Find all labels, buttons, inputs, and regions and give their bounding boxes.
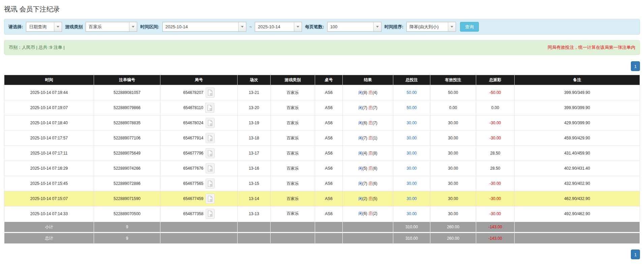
column-header: 游戏类别 xyxy=(271,75,315,85)
subtotal-payout: -143.00 xyxy=(476,222,515,233)
session-number: 13-13 xyxy=(238,206,271,222)
result-banker-score: (5) xyxy=(372,196,377,201)
result-banker-label: 庄 xyxy=(368,90,372,95)
table-number: AS6 xyxy=(315,161,343,176)
time-sort-select[interactable]: 降幂(由大到小) xyxy=(406,22,456,32)
page-size-select[interactable]: 100 xyxy=(327,22,381,32)
video-file-icon xyxy=(208,90,213,96)
column-header: 注单编号 xyxy=(94,75,160,85)
game-type-select[interactable]: 百家乐 xyxy=(86,22,137,32)
page-size-label: 每页笔数: xyxy=(305,24,324,30)
bet-id: 522889072886 xyxy=(94,176,160,191)
table-number: AS6 xyxy=(315,146,343,161)
bet-id: 522889071590 xyxy=(94,191,160,206)
round-cell: 654677676 xyxy=(160,161,238,176)
round-id: 654677914 xyxy=(183,136,203,140)
total-total-bet: 310.00 xyxy=(393,233,430,244)
session-number: 13-21 xyxy=(238,85,271,100)
result-banker-score: (8) xyxy=(372,151,377,156)
video-file-icon xyxy=(208,165,213,172)
total-bet-link[interactable]: 30.00 xyxy=(406,181,417,186)
game-type: 百家乐 xyxy=(271,146,315,161)
chevron-down-icon[interactable] xyxy=(294,22,302,31)
game-type-value: 百家乐 xyxy=(86,22,129,31)
round-id: 654678024 xyxy=(183,121,203,125)
round-video-button[interactable] xyxy=(206,178,215,189)
bet-records-table: 时间注单编号局号场次游戏类别桌号结果总投注有效投注总派彩备注 2025-10-1… xyxy=(4,75,640,244)
round-video-button[interactable] xyxy=(206,209,215,219)
remark: 429.90/399.90 xyxy=(515,115,640,131)
bet-time: 2025-10-14 07:18:40 xyxy=(4,115,94,131)
same-round-notice: 同局有效投注，统一计算在该局第一张注单内 xyxy=(548,44,635,51)
total-payout: -143.00 xyxy=(476,233,515,244)
result-cell: 闲(7) 庄(1) xyxy=(343,131,393,146)
valid-bet: 30.00 xyxy=(430,206,476,222)
result-cell: 闲(5) 庄(6) xyxy=(343,161,393,176)
page-1-button[interactable]: 1 xyxy=(631,61,640,71)
round-video-button[interactable] xyxy=(206,118,215,128)
table-number: AS6 xyxy=(315,100,343,115)
total-bet-link[interactable]: 30.00 xyxy=(406,121,417,125)
date-to-picker[interactable]: 2025-10-14 xyxy=(255,22,302,32)
bet-id: 522889079866 xyxy=(94,100,160,115)
time-sort-label: 时间排序: xyxy=(385,24,403,30)
session-number: 13-16 xyxy=(238,161,271,176)
round-cell: 654677565 xyxy=(160,176,238,191)
result-banker-label: 庄 xyxy=(368,211,372,216)
time-sort-value: 降幂(由大到小) xyxy=(407,22,448,31)
table-row: 2025-10-14 07:18:40 522889078835 6546780… xyxy=(4,115,640,131)
pagination-bottom: 1 xyxy=(4,250,640,259)
round-id: 654677796 xyxy=(183,151,203,156)
chevron-down-icon[interactable] xyxy=(129,22,137,31)
page-1-button[interactable]: 1 xyxy=(631,250,640,259)
total-bet-link[interactable]: 30.00 xyxy=(406,166,417,171)
column-header: 备注 xyxy=(515,75,640,85)
game-type: 百家乐 xyxy=(271,161,315,176)
result-banker-score: (6) xyxy=(372,181,377,186)
round-video-button[interactable] xyxy=(206,88,215,98)
subtotal-valid-bet: 260.00 xyxy=(430,222,476,233)
column-header: 总派彩 xyxy=(476,75,515,85)
table-row: 2025-10-14 07:19:44 522889081057 6546782… xyxy=(4,85,640,100)
total-bet-link[interactable]: 30.00 xyxy=(406,136,417,140)
total-bet-link[interactable]: 30.00 xyxy=(406,151,417,156)
result-cell: 闲(4) 庄(8) xyxy=(343,146,393,161)
result-player-score: (7) xyxy=(362,136,367,140)
query-mode-value: 日期查询 xyxy=(26,22,54,31)
valid-bet: 50.00 xyxy=(430,85,476,100)
total-bet-link[interactable]: 30.00 xyxy=(406,211,417,216)
chevron-down-icon[interactable] xyxy=(54,22,62,31)
payout: 28.50 xyxy=(476,161,515,176)
chevron-down-icon[interactable] xyxy=(448,22,456,31)
table-row: 2025-10-14 07:17:11 522889075649 6546777… xyxy=(4,146,640,161)
round-video-button[interactable] xyxy=(206,133,215,143)
query-mode-select[interactable]: 日期查询 xyxy=(26,22,62,32)
game-type-label: 游戏类别 xyxy=(65,24,83,30)
table-row: 2025-10-14 07:15:45 522889072886 6546775… xyxy=(4,176,640,191)
table-row: 2025-10-14 07:14:33 522889070500 6546773… xyxy=(4,206,640,222)
round-video-button[interactable] xyxy=(206,163,215,173)
round-video-button[interactable] xyxy=(206,148,215,158)
round-video-button[interactable] xyxy=(206,194,215,204)
date-from-picker[interactable]: 2025-10-14 xyxy=(162,22,246,32)
select-mode-label: 请选择: xyxy=(8,24,23,30)
round-cell: 654678207 xyxy=(160,85,238,100)
chevron-down-icon[interactable] xyxy=(373,22,381,31)
total-valid-bet: 260.00 xyxy=(430,233,476,244)
valid-bet: 30.00 xyxy=(430,131,476,146)
result-cell: 闲(2) 庄(5) xyxy=(343,191,393,206)
table-number: AS6 xyxy=(315,206,343,222)
chevron-down-icon[interactable] xyxy=(238,22,246,31)
round-video-button[interactable] xyxy=(205,103,214,113)
time-range-label: 时间区间: xyxy=(140,24,159,30)
video-file-icon xyxy=(208,150,213,157)
page: 视讯 会员下注纪录 请选择: 日期查询 游戏类别 百家乐 时间区间: 2025-… xyxy=(0,5,644,259)
search-button[interactable]: 查询 xyxy=(460,22,479,32)
total-bet-link[interactable]: 50.00 xyxy=(406,105,417,110)
total-bet-link[interactable]: 50.00 xyxy=(406,90,417,95)
result-player-score: (6) xyxy=(362,211,367,216)
game-type: 百家乐 xyxy=(271,176,315,191)
total-bet-link[interactable]: 30.00 xyxy=(406,196,417,201)
bet-time: 2025-10-14 07:17:57 xyxy=(4,131,94,146)
result-player-score: (2) xyxy=(362,196,367,201)
